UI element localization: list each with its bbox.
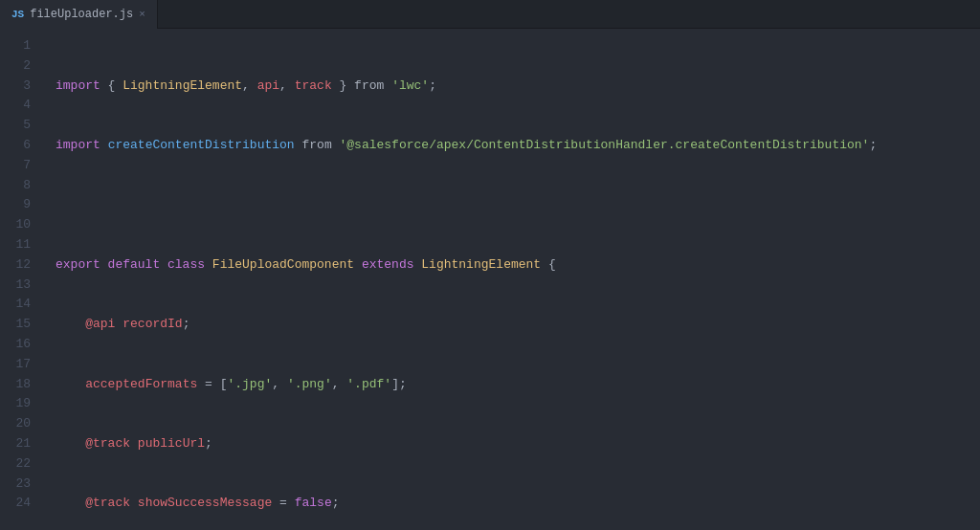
code-area[interactable]: import { LightningElement, api, track } … (40, 29, 980, 530)
code-line-7: @track publicUrl; (56, 434, 980, 454)
line-num-10: 10 (0, 215, 31, 235)
line-num-1: 1 (0, 36, 31, 56)
line-num-6: 6 (0, 136, 31, 156)
line-num-11: 11 (0, 235, 31, 255)
code-line-2: import createContentDistribution from '@… (56, 136, 980, 156)
line-numbers: 1 2 3 4 5 6 7 8 9 10 11 12 13 14 15 16 1… (0, 29, 40, 530)
line-num-23: 23 (0, 475, 31, 495)
file-tab[interactable]: JS fileUploader.js × (0, 0, 158, 29)
tab-filename: fileUploader.js (30, 8, 133, 21)
line-num-2: 2 (0, 56, 31, 77)
line-num-18: 18 (0, 375, 31, 395)
tab-close-icon[interactable]: × (139, 9, 145, 20)
code-line-1: import { LightningElement, api, track } … (56, 77, 980, 97)
line-num-5: 5 (0, 116, 31, 136)
line-num-19: 19 (0, 394, 31, 414)
line-num-16: 16 (0, 335, 31, 355)
line-num-15: 15 (0, 315, 31, 335)
line-num-24: 24 (0, 494, 31, 514)
line-num-14: 14 (0, 295, 31, 315)
line-num-17: 17 (0, 355, 31, 375)
line-num-4: 4 (0, 96, 31, 116)
line-num-20: 20 (0, 414, 31, 434)
code-line-8: @track showSuccessMessage = false; (56, 494, 980, 514)
line-num-21: 21 (0, 434, 31, 454)
tab-lang-label: JS (11, 9, 24, 20)
line-num-13: 13 (0, 276, 31, 296)
line-num-8: 8 (0, 176, 31, 196)
line-num-3: 3 (0, 77, 31, 97)
line-num-12: 12 (0, 255, 31, 276)
code-line-3 (56, 195, 980, 215)
code-line-4: export default class FileUploadComponent… (56, 255, 980, 276)
line-num-7: 7 (0, 156, 31, 176)
line-num-9: 9 (0, 195, 31, 215)
editor-body: 1 2 3 4 5 6 7 8 9 10 11 12 13 14 15 16 1… (0, 29, 980, 530)
code-line-6: acceptedFormats = ['.jpg', '.png', '.pdf… (56, 375, 980, 395)
code-line-5: @api recordId; (56, 315, 980, 335)
line-num-22: 22 (0, 454, 31, 475)
tab-bar: JS fileUploader.js × (0, 0, 980, 29)
editor-window: JS fileUploader.js × 1 2 3 4 5 6 7 8 9 1… (0, 0, 980, 530)
